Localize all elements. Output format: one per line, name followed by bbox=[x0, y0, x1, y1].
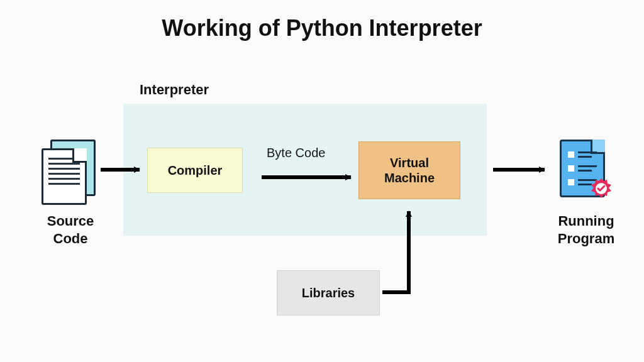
running-program-label: Running Program bbox=[542, 212, 630, 247]
compiler-label: Compiler bbox=[168, 163, 223, 178]
byte-code-label: Byte Code bbox=[267, 146, 325, 160]
source-code-label: Source Code bbox=[33, 212, 108, 247]
vm-label: Virtual Machine bbox=[384, 155, 435, 185]
diagram-title: Working of Python Interpreter bbox=[0, 15, 644, 41]
interpreter-label: Interpreter bbox=[140, 82, 209, 98]
compiler-node: Compiler bbox=[147, 148, 243, 193]
libraries-label: Libraries bbox=[302, 286, 355, 300]
documents-icon bbox=[38, 140, 101, 202]
virtual-machine-node: Virtual Machine bbox=[358, 141, 460, 199]
libraries-node: Libraries bbox=[277, 270, 380, 315]
clipboard-check-icon bbox=[553, 140, 616, 202]
diagram-stage: Working of Python Interpreter Interprete… bbox=[0, 0, 644, 362]
